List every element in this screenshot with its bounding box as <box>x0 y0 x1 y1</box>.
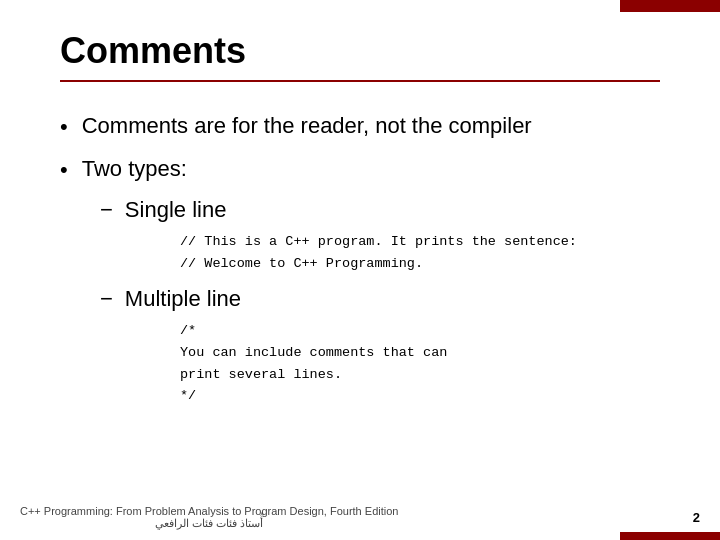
sub-section: − Single line // This is a C++ program. … <box>100 197 660 407</box>
bullet-dot-1: • <box>60 114 68 140</box>
dash-multi: − <box>100 286 113 312</box>
title-area: Comments <box>0 0 720 82</box>
dash-item-multi: − Multiple line <box>100 286 660 312</box>
bullet-item-2: • Two types: <box>60 155 660 184</box>
title-underline <box>60 80 660 82</box>
content-area: • Comments are for the reader, not the c… <box>0 102 720 407</box>
footer-left-text: C++ Programming: From Problem Analysis t… <box>20 505 398 517</box>
bullet-text-2: Two types: <box>82 155 187 184</box>
code-block-single: // This is a C++ program. It prints the … <box>180 231 660 274</box>
slide-title: Comments <box>60 30 660 72</box>
footer-bar <box>620 532 720 540</box>
footer-arabic: أُستاذ فئات فئات الرافعي <box>155 517 263 529</box>
footer-page-number: 2 <box>693 510 700 525</box>
footer: C++ Programming: From Problem Analysis t… <box>0 505 720 530</box>
code-line-m1: /* <box>180 320 660 342</box>
dash-item-single: − Single line <box>100 197 660 223</box>
dash-single: − <box>100 197 113 223</box>
dash-label-multi: Multiple line <box>125 286 241 312</box>
header-bar <box>620 0 720 12</box>
footer-left: C++ Programming: From Problem Analysis t… <box>20 505 398 530</box>
code-line-m2: You can include comments that can <box>180 342 660 364</box>
code-line-m4: */ <box>180 385 660 407</box>
slide: Comments • Comments are for the reader, … <box>0 0 720 540</box>
code-line-m3: print several lines. <box>180 364 660 386</box>
dash-label-single: Single line <box>125 197 227 223</box>
bullet-text-1: Comments are for the reader, not the com… <box>82 112 532 141</box>
bullet-item-1: • Comments are for the reader, not the c… <box>60 112 660 141</box>
code-line-1: // This is a C++ program. It prints the … <box>180 231 660 253</box>
bullet-dot-2: • <box>60 157 68 183</box>
code-block-multi: /* You can include comments that can pri… <box>180 320 660 406</box>
code-line-2: // Welcome to C++ Programming. <box>180 253 660 275</box>
